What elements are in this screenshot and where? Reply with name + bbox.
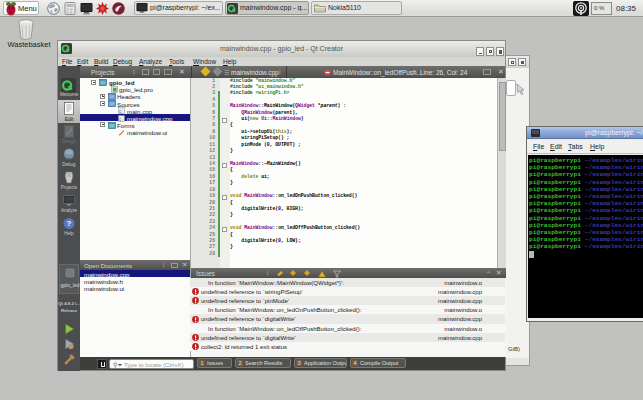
svg-text:?: ? bbox=[67, 219, 72, 228]
